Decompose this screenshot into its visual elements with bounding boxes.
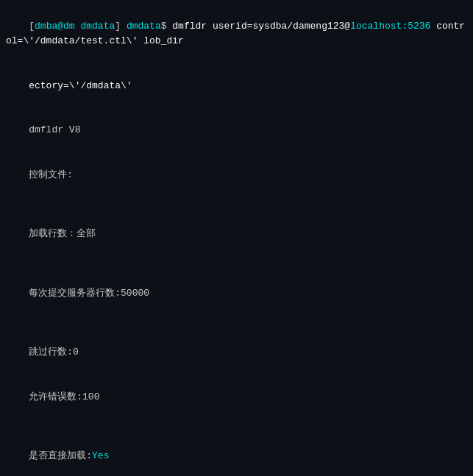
dmfldr-version-line: dmfldr V8 <box>6 108 467 152</box>
prompt-dollar: $ <box>161 21 173 32</box>
prompt-bracket-open: [ <box>29 21 35 32</box>
command-cont-text: ectory=\'/dmdata\' <box>29 80 132 91</box>
direct-load-value: Yes <box>92 450 109 461</box>
direct-load-label: 是否直接加载: <box>29 450 92 461</box>
skip-rows-value: 0 <box>73 347 79 358</box>
prompt-bracket-close: ] <box>115 21 121 32</box>
skip-rows-line: 跳过行数:0 <box>6 330 467 374</box>
prompt-dmdata-label: dmdata <box>80 21 115 32</box>
load-rows-line: 加载行数：全部 <box>6 212 467 256</box>
prompt-line: [dmba@dm dmdata] dmdata$ dmfldr userid=s… <box>6 4 467 64</box>
prompt-path: dmdata <box>121 21 161 32</box>
blank-line-1 <box>6 197 467 212</box>
allow-errors-value: 100 <box>82 391 99 402</box>
load-rows-label: 加载行数： <box>29 228 77 239</box>
terminal-window: [dmba@dm dmdata] dmdata$ dmfldr userid=s… <box>0 0 473 476</box>
dmfldr-version: dmfldr V8 <box>29 124 80 135</box>
prompt-user: dmba@dm <box>35 21 75 32</box>
commit-rows-line: 每次提交服务器行数:50000 <box>6 271 467 316</box>
commit-rows-label: 每次提交服务器行数: <box>29 288 121 299</box>
command-continuation: ectory=\'/dmdata\' <box>6 64 467 108</box>
blank-line-4 <box>6 419 467 434</box>
load-rows-value: 全部 <box>77 228 96 239</box>
ctrl-file-label: 控制文件: <box>29 169 73 180</box>
blank-line-2 <box>6 256 467 271</box>
direct-load-line: 是否直接加载:Yes <box>6 434 467 476</box>
commit-rows-value: 50000 <box>121 288 149 299</box>
ctrl-file-line: 控制文件: <box>6 152 467 196</box>
allow-errors-line: 允许错误数:100 <box>6 375 467 419</box>
skip-rows-label: 跳过行数: <box>29 347 73 358</box>
blank-line-3 <box>6 316 467 330</box>
allow-errors-label: 允许错误数: <box>29 391 82 402</box>
